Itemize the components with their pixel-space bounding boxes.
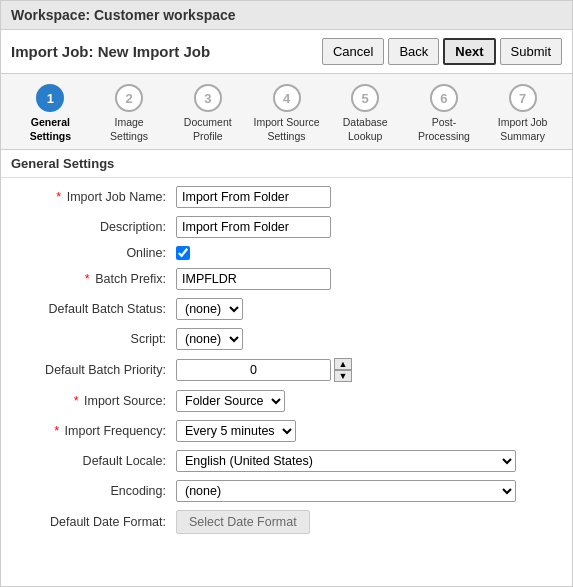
step-7[interactable]: 7 Import JobSummary (483, 84, 562, 143)
import-source-control: Folder Source (176, 390, 562, 412)
default-batch-status-select[interactable]: (none) (176, 298, 243, 320)
step-circle-6: 6 (430, 84, 458, 112)
required-star-2: * (85, 272, 90, 286)
step-label-3: DocumentProfile (184, 116, 232, 143)
default-batch-status-label: Default Batch Status: (11, 302, 176, 316)
priority-input[interactable] (176, 359, 331, 381)
spinner-wrap: ▲ ▼ (176, 358, 562, 382)
step-6[interactable]: 6 Post-Processing (405, 84, 484, 143)
import-job-name-row: * Import Job Name: (11, 186, 562, 208)
default-locale-select[interactable]: English (United States) (176, 450, 516, 472)
locale-wrap: English (United States) (176, 450, 562, 472)
submit-button[interactable]: Submit (500, 38, 562, 65)
cancel-button[interactable]: Cancel (322, 38, 384, 65)
required-star-4: * (54, 424, 59, 438)
description-control (176, 216, 562, 238)
default-locale-control: English (United States) (176, 450, 562, 472)
import-source-select[interactable]: Folder Source (176, 390, 285, 412)
back-button[interactable]: Back (388, 38, 439, 65)
step-label-2: ImageSettings (110, 116, 148, 143)
import-job-name-label: * Import Job Name: (11, 190, 176, 204)
default-locale-row: Default Locale: English (United States) (11, 450, 562, 472)
import-frequency-row: * Import Frequency: Every 5 minutes (11, 420, 562, 442)
online-control (176, 246, 562, 260)
default-locale-label: Default Locale: (11, 454, 176, 468)
step-label-5: DatabaseLookup (343, 116, 388, 143)
step-2[interactable]: 2 ImageSettings (90, 84, 169, 143)
step-5[interactable]: 5 DatabaseLookup (326, 84, 405, 143)
section-title: General Settings (1, 150, 572, 178)
job-title: Import Job: New Import Job (11, 43, 210, 60)
import-frequency-control: Every 5 minutes (176, 420, 562, 442)
steps-container: 1 GeneralSettings 2 ImageSettings 3 Docu… (1, 74, 572, 150)
header-buttons: Cancel Back Next Submit (322, 38, 562, 65)
default-date-format-row: Default Date Format: Select Date Format (11, 510, 562, 534)
default-batch-priority-label: Default Batch Priority: (11, 363, 176, 377)
description-row: Description: (11, 216, 562, 238)
encoding-select[interactable]: (none) (176, 480, 516, 502)
required-star-3: * (74, 394, 79, 408)
default-batch-status-control: (none) (176, 298, 562, 320)
batch-prefix-row: * Batch Prefix: (11, 268, 562, 290)
step-label-4: Import SourceSettings (254, 116, 320, 143)
workspace-bar: Workspace: Customer workspace (1, 1, 572, 30)
import-frequency-select[interactable]: Every 5 minutes (176, 420, 296, 442)
default-batch-priority-row: Default Batch Priority: ▲ ▼ (11, 358, 562, 382)
step-circle-7: 7 (509, 84, 537, 112)
script-label: Script: (11, 332, 176, 346)
default-date-format-control: Select Date Format (176, 510, 562, 534)
online-checkbox[interactable] (176, 246, 190, 260)
description-input[interactable] (176, 216, 331, 238)
step-circle-4: 4 (273, 84, 301, 112)
step-label-6: Post-Processing (418, 116, 470, 143)
required-star: * (56, 190, 61, 204)
import-frequency-label: * Import Frequency: (11, 424, 176, 438)
step-circle-5: 5 (351, 84, 379, 112)
online-row: Online: (11, 246, 562, 260)
step-3[interactable]: 3 DocumentProfile (168, 84, 247, 143)
encoding-row: Encoding: (none) (11, 480, 562, 502)
form-area: * Import Job Name: Description: Online: … (1, 178, 572, 550)
priority-down-button[interactable]: ▼ (334, 370, 352, 382)
script-select[interactable]: (none) (176, 328, 243, 350)
import-source-row: * Import Source: Folder Source (11, 390, 562, 412)
default-batch-status-row: Default Batch Status: (none) (11, 298, 562, 320)
priority-up-button[interactable]: ▲ (334, 358, 352, 370)
encoding-label: Encoding: (11, 484, 176, 498)
workspace-title: Workspace: Customer workspace (11, 7, 236, 23)
step-4[interactable]: 4 Import SourceSettings (247, 84, 326, 143)
default-batch-priority-control: ▲ ▼ (176, 358, 562, 382)
default-date-format-label: Default Date Format: (11, 515, 176, 529)
script-row: Script: (none) (11, 328, 562, 350)
batch-prefix-input[interactable] (176, 268, 331, 290)
next-button[interactable]: Next (443, 38, 495, 65)
step-circle-3: 3 (194, 84, 222, 112)
description-label: Description: (11, 220, 176, 234)
import-job-name-input[interactable] (176, 186, 331, 208)
step-label-1: GeneralSettings (30, 116, 71, 143)
spinner-buttons: ▲ ▼ (334, 358, 352, 382)
encoding-control: (none) (176, 480, 562, 502)
online-label: Online: (11, 246, 176, 260)
step-label-7: Import JobSummary (498, 116, 548, 143)
step-circle-1: 1 (36, 84, 64, 112)
select-date-format-button[interactable]: Select Date Format (176, 510, 310, 534)
job-header: Import Job: New Import Job Cancel Back N… (1, 30, 572, 74)
batch-prefix-label: * Batch Prefix: (11, 272, 176, 286)
batch-prefix-control (176, 268, 562, 290)
import-source-label: * Import Source: (11, 394, 176, 408)
script-control: (none) (176, 328, 562, 350)
step-1[interactable]: 1 GeneralSettings (11, 84, 90, 143)
import-job-name-control (176, 186, 562, 208)
step-circle-2: 2 (115, 84, 143, 112)
